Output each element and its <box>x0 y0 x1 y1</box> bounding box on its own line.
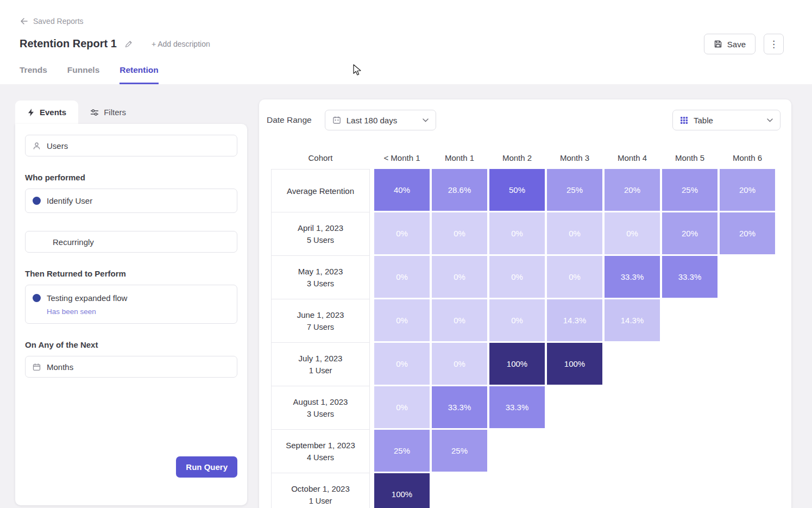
retention-cell[interactable]: 100% <box>374 473 430 508</box>
edit-title-button[interactable] <box>124 40 133 48</box>
retention-cell[interactable]: 0% <box>547 212 602 254</box>
back-arrow-icon <box>20 17 28 26</box>
retention-cell[interactable]: 100% <box>489 343 545 385</box>
retention-cell[interactable]: 0% <box>432 212 487 254</box>
retention-cell[interactable]: 14.3% <box>547 299 602 341</box>
retention-cell[interactable]: 0% <box>374 343 430 385</box>
column-header-month: < Month 1 <box>374 153 430 162</box>
retention-cell[interactable]: 0% <box>374 212 430 254</box>
cohort-label: August 1, 2023 <box>293 397 348 406</box>
events-icon <box>27 108 35 117</box>
save-icon <box>714 40 722 48</box>
cohort-label: June 1, 2023 <box>297 310 344 319</box>
return-event-label: Testing expanded flow <box>47 293 127 303</box>
users-selector[interactable]: Users <box>25 135 237 156</box>
retention-cell[interactable]: 33.3% <box>605 256 660 298</box>
then-returned-label: Then Returned to Perform <box>25 269 237 278</box>
retention-cell[interactable]: 0% <box>432 299 487 341</box>
query-panel-body: Users Who performed Identify User Recurr… <box>15 124 247 505</box>
return-event-selector[interactable]: Testing expanded flow Has been seen <box>25 285 237 324</box>
cohort-label: September 1, 2023 <box>286 441 355 450</box>
run-query-button[interactable]: Run Query <box>176 456 237 478</box>
tab-trends[interactable]: Trends <box>20 65 47 84</box>
cohort-label: Average Retention <box>287 186 354 196</box>
view-grid-icon <box>680 116 688 124</box>
calendar-icon <box>332 116 341 124</box>
date-range-label: Date Range <box>267 115 312 125</box>
cohort-cell: July 1, 20231 User <box>271 343 370 386</box>
cohort-label: July 1, 2023 <box>299 354 343 363</box>
return-event-filter-link[interactable]: Has been seen <box>47 308 96 316</box>
date-range-dropdown[interactable]: Last 180 days <box>325 110 436 130</box>
title-row: Retention Report 1 + Add description <box>20 37 210 50</box>
column-header-month: Month 4 <box>605 153 660 162</box>
cohort-user-count: 3 Users <box>307 410 334 418</box>
retention-heatmap: 40%28.6%50%25%20%25%20%0%0%0%0%0%20%20%0… <box>374 169 775 508</box>
cohort-cell: June 1, 20237 Users <box>271 299 370 343</box>
cohort-user-count: 1 User <box>309 366 332 375</box>
retention-cell[interactable]: 0% <box>374 299 430 341</box>
edit-pencil-icon <box>124 40 133 48</box>
retention-table-body: Average RetentionApril 1, 20235 UsersMay… <box>271 169 775 508</box>
retention-cell[interactable]: 20% <box>720 169 775 211</box>
retention-cell[interactable]: 50% <box>489 169 545 211</box>
cohort-cell: April 1, 20235 Users <box>271 212 370 256</box>
tab-filters[interactable]: Filters <box>78 101 138 124</box>
retention-cell[interactable]: 0% <box>489 256 545 298</box>
back-to-saved-reports[interactable]: Saved Reports <box>20 17 84 26</box>
retention-cell[interactable]: 100% <box>547 343 602 385</box>
cohort-user-count: 1 User <box>309 497 332 505</box>
retention-cell[interactable]: 33.3% <box>662 256 717 298</box>
retention-cell[interactable]: 0% <box>605 212 660 254</box>
retention-cell[interactable]: 0% <box>432 256 487 298</box>
tab-events[interactable]: Events <box>15 101 78 124</box>
retention-cell[interactable]: 0% <box>547 256 602 298</box>
users-selector-label: Users <box>47 141 68 150</box>
calendar-icon <box>33 363 41 371</box>
query-builder-panel: Events Filters Users Who performed Ident… <box>15 101 247 505</box>
retention-cell[interactable]: 28.6% <box>432 169 487 211</box>
cohort-user-count: 7 Users <box>307 323 334 331</box>
on-any-of-next-label: On Any of the Next <box>25 340 237 349</box>
retention-cell[interactable]: 25% <box>432 430 487 472</box>
retention-cell[interactable]: 20% <box>720 212 775 254</box>
retention-cell[interactable]: 33.3% <box>489 386 545 428</box>
header-actions: Save ⋮ <box>704 34 784 54</box>
retention-cell[interactable]: 25% <box>547 169 602 211</box>
retention-header-row: Cohort< Month 1Month 1Month 2Month 3Mont… <box>271 147 775 168</box>
cohort-cell: May 1, 20233 Users <box>271 256 370 299</box>
tab-filters-label: Filters <box>104 108 126 117</box>
back-label: Saved Reports <box>33 17 84 26</box>
tab-funnels[interactable]: Funnels <box>67 65 99 84</box>
retention-cell[interactable]: 40% <box>374 169 430 211</box>
report-toolbar: Date Range Last 180 days Table <box>267 110 780 130</box>
tab-retention[interactable]: Retention <box>119 65 158 84</box>
retention-cell[interactable]: 25% <box>374 430 430 472</box>
retention-cell[interactable]: 14.3% <box>605 299 660 341</box>
retention-cell[interactable]: 0% <box>489 299 545 341</box>
time-unit-selector[interactable]: Months <box>25 356 237 378</box>
retention-cell[interactable]: 0% <box>489 212 545 254</box>
add-description-button[interactable]: + Add description <box>152 40 210 48</box>
column-header-cohort: Cohort <box>271 153 370 162</box>
retention-cell[interactable]: 0% <box>374 386 430 428</box>
time-unit-label: Months <box>47 362 73 372</box>
cohort-cell: September 1, 20234 Users <box>271 430 370 473</box>
retention-cell[interactable]: 0% <box>432 343 487 385</box>
retention-cell[interactable]: 0% <box>374 256 430 298</box>
retention-cell[interactable]: 20% <box>662 212 717 254</box>
retention-cell[interactable]: 25% <box>662 169 717 211</box>
save-button[interactable]: Save <box>704 34 756 54</box>
cohort-cell: October 1, 20231 User <box>271 473 370 508</box>
frequency-selector[interactable]: Recurringly <box>25 231 237 253</box>
cohort-label: May 1, 2023 <box>298 267 343 276</box>
event-dot <box>33 294 41 302</box>
cohort-label: April 1, 2023 <box>298 223 343 233</box>
first-event-selector[interactable]: Identify User <box>25 189 237 213</box>
retention-cell[interactable]: 33.3% <box>432 386 487 428</box>
top-bar: Saved Reports Retention Report 1 + Add d… <box>0 0 812 84</box>
more-options-button[interactable]: ⋮ <box>764 34 784 54</box>
retention-cell[interactable]: 20% <box>605 169 660 211</box>
view-type-dropdown[interactable]: Table <box>672 110 780 130</box>
column-header-month: Month 6 <box>720 153 775 162</box>
